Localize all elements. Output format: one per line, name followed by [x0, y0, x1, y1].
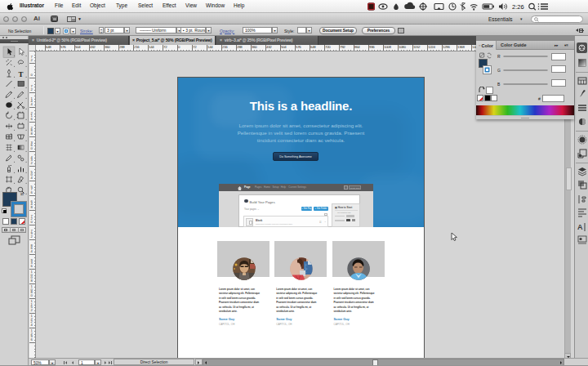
- svg-text:A: A: [577, 223, 583, 231]
- svg-text:T: T: [19, 70, 24, 78]
- svg-text:2:26: 2:26: [512, 3, 524, 11]
